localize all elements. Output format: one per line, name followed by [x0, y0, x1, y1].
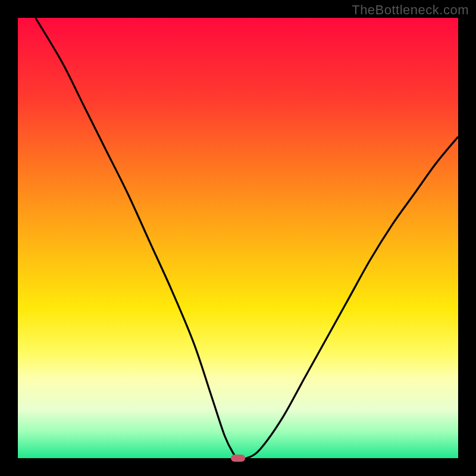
plot-area [18, 18, 458, 458]
curve-path [36, 18, 458, 458]
optimal-marker [231, 455, 245, 462]
bottleneck-curve [18, 18, 458, 458]
chart-frame: TheBottleneck.com [0, 0, 476, 476]
watermark-text: TheBottleneck.com [352, 2, 469, 18]
